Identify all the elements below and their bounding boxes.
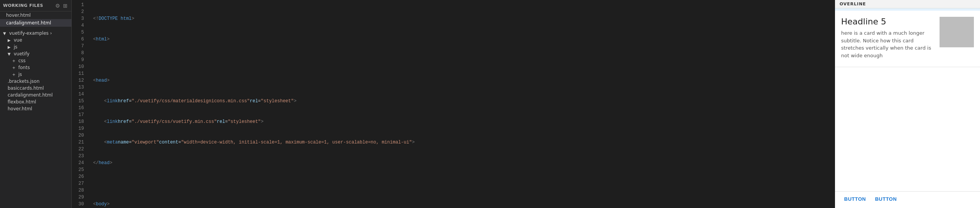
code-line-10: <body> xyxy=(87,201,835,208)
code-line-7: <meta name="viewport" content="width=dev… xyxy=(87,139,835,146)
tree-item-vuetify-examples[interactable]: ▼ vuetify-examples › xyxy=(0,30,71,37)
code-editor[interactable]: <!DOCTYPE html> <html> <head> <link href… xyxy=(87,0,835,208)
code-line-5: <link href="./vuetify/css/materialdesign… xyxy=(87,98,835,105)
tree-item-js[interactable]: ▶ js xyxy=(0,44,71,50)
card-button-2[interactable]: BUTTON xyxy=(872,195,900,203)
tree-label-basiccards: basiccards.html xyxy=(8,85,44,91)
left-panel: Working Files ⚙ ⊞ hover.html cardalignme… xyxy=(0,0,72,208)
card-top-row: Headline 5 here is a card with a much lo… xyxy=(835,11,980,67)
tree-item-css[interactable]: + css xyxy=(0,57,71,64)
card-content-area: Headline 5 here is a card with a much lo… xyxy=(835,11,940,67)
card-headline: Headline 5 xyxy=(841,17,933,26)
tree-item-js2[interactable]: + js xyxy=(0,71,71,78)
settings-icon[interactable]: ⚙ xyxy=(55,3,61,9)
code-line-6: <link href="./vuetify/css/vuetify.min.cs… xyxy=(87,118,835,125)
header-icons: ⚙ ⊞ xyxy=(55,3,68,9)
file-item-hover[interactable]: hover.html xyxy=(0,11,71,19)
split-icon[interactable]: ⊞ xyxy=(62,3,68,9)
card-subtitle: here is a card with a much longer subtit… xyxy=(841,29,933,59)
tree-label-js2: js xyxy=(18,72,22,77)
tree-label-css: css xyxy=(18,58,26,63)
card-actions: BUTTON BUTTON xyxy=(835,191,980,208)
tree-label-fonts: fonts xyxy=(18,65,30,70)
tree-label-vuetify: vuetify xyxy=(14,51,29,56)
tree-item-fonts[interactable]: + fonts xyxy=(0,64,71,71)
right-panel: OVERLINE Headline 5 here is a card with … xyxy=(835,0,980,208)
code-line-4: <head> xyxy=(87,77,835,84)
tree-item-vue[interactable]: ▶ vue xyxy=(0,37,71,44)
tree-label-brackets: .brackets.json xyxy=(8,79,40,84)
editor-content: 12345 678910 1112131415 1617181920 21222… xyxy=(72,0,835,208)
tree-label-vue: vue xyxy=(14,37,22,43)
tree-label-vuetify-examples: vuetify-examples xyxy=(9,31,48,36)
tree-item-flexbox[interactable]: flexbox.html xyxy=(0,98,71,105)
file-item-cardalignment[interactable]: cardalignment.html xyxy=(0,19,71,27)
tree-item-basiccards[interactable]: basiccards.html xyxy=(0,85,71,92)
tree-item-cardalignment[interactable]: cardalignment.html xyxy=(0,92,71,98)
tree-label-hover: hover.html xyxy=(8,106,32,111)
preview-overline-label: OVERLINE xyxy=(840,2,866,6)
code-line-8: </head> xyxy=(87,160,835,166)
editor-panel: 12345 678910 1112131415 1617181920 21222… xyxy=(72,0,835,208)
tree-label-cardalignment: cardalignment.html xyxy=(8,92,53,98)
line-numbers: 12345 678910 1112131415 1617181920 21222… xyxy=(72,0,87,208)
tree-item-hover[interactable]: hover.html xyxy=(0,105,71,112)
working-files-title: Working Files xyxy=(3,3,43,8)
card-button-1[interactable]: BUTTON xyxy=(841,195,869,203)
code-line-9 xyxy=(87,180,835,187)
tree-label-js: js xyxy=(14,44,18,50)
working-files-list: hover.html cardalignment.html xyxy=(0,11,71,27)
code-line-2: <html> xyxy=(87,36,835,43)
tree-arrow-vuetify-examples: ▼ xyxy=(3,31,8,35)
card-avatar-image xyxy=(940,17,974,47)
code-line-3 xyxy=(87,56,835,63)
tree-item-vuetify[interactable]: ▼ vuetify xyxy=(0,50,71,57)
tree-item-brackets[interactable]: .brackets.json xyxy=(0,78,71,85)
code-line-1: <!DOCTYPE html> xyxy=(87,15,835,22)
preview-card: Headline 5 here is a card with a much lo… xyxy=(835,8,980,208)
file-tree: ▼ vuetify-examples › ▶ vue ▶ js ▼ vuetif… xyxy=(0,30,71,208)
tree-label-flexbox: flexbox.html xyxy=(8,99,36,105)
preview-header: OVERLINE xyxy=(835,0,980,8)
working-files-header: Working Files ⚙ ⊞ xyxy=(0,0,71,11)
card-separator xyxy=(835,67,980,67)
